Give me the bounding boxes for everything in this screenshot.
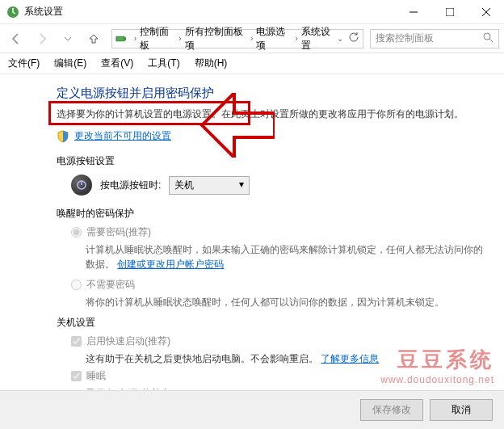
recent-button[interactable] xyxy=(57,27,79,50)
footer: 保存修改 取消 xyxy=(0,390,504,429)
require-password-desc: 计算机从睡眠状态唤醒时，如果未输入正确的密码来解除计算机锁定，任何人都无法访问你… xyxy=(86,242,488,271)
breadcrumb-sep: › xyxy=(178,34,181,43)
search-icon xyxy=(482,32,494,45)
app-icon xyxy=(6,6,19,19)
menu-view[interactable]: 查看(V) xyxy=(94,54,140,73)
window-title: 系统设置 xyxy=(24,5,395,19)
close-button[interactable] xyxy=(468,0,504,23)
svg-rect-6 xyxy=(124,37,126,40)
page-subtext: 选择要为你的计算机设置的电源设置。在此页上对设置所做的更改将应用于你所有的电源计… xyxy=(57,107,488,121)
admin-link-row: 更改当前不可用的设置 xyxy=(57,129,488,143)
minimize-button[interactable] xyxy=(395,0,431,23)
battery-icon xyxy=(116,32,128,45)
no-password-desc: 将你的计算机从睡眠状态唤醒时，任何人都可以访问你的数据，因为计算机未锁定。 xyxy=(86,295,488,309)
save-button[interactable]: 保存修改 xyxy=(360,399,423,421)
svg-point-7 xyxy=(484,33,490,40)
breadcrumb-item[interactable]: 所有控制面板项 xyxy=(185,25,247,53)
power-icon xyxy=(71,175,92,196)
learn-more-link[interactable]: 了解更多信息 xyxy=(321,353,379,364)
radio-no-password[interactable]: 不需要密码 xyxy=(71,278,488,292)
window-controls xyxy=(395,0,504,23)
search-input[interactable]: 搜索控制面板 xyxy=(370,29,499,48)
power-button-row: 按电源按钮时: 关机 xyxy=(71,175,488,196)
svg-rect-2 xyxy=(446,8,454,16)
radio-require-password[interactable]: 需要密码(推荐) xyxy=(71,225,488,239)
breadcrumb-item[interactable]: 电源选项 xyxy=(256,25,292,53)
check-sleep-input xyxy=(71,371,82,381)
create-password-link[interactable]: 创建或更改用户帐户密码 xyxy=(117,259,224,270)
change-unavailable-settings-link[interactable]: 更改当前不可用的设置 xyxy=(74,129,171,143)
breadcrumb-sep: › xyxy=(295,34,297,43)
power-button-section: 电源按钮设置 xyxy=(57,154,488,168)
shield-icon xyxy=(57,130,69,143)
menu-edit[interactable]: 编辑(E) xyxy=(48,54,93,73)
svg-rect-5 xyxy=(116,36,124,41)
breadcrumb-sep: › xyxy=(250,34,253,43)
page-heading: 定义电源按钮并启用密码保护 xyxy=(57,86,488,101)
radio-no-password-input xyxy=(71,280,82,290)
breadcrumb[interactable]: › 控制面板 › 所有控制面板项 › 电源选项 › 系统设置 ⌄ xyxy=(111,29,363,48)
menu-tools[interactable]: 工具(T) xyxy=(141,54,186,73)
fast-startup-desc: 这有助于在关机之后更快地启动电脑。不会影响重启。 了解更多信息 xyxy=(86,351,488,366)
menubar: 文件(F) 编辑(E) 查看(V) 工具(T) 帮助(H) xyxy=(0,53,504,74)
breadcrumb-item[interactable]: 控制面板 xyxy=(140,25,175,53)
maximize-button[interactable] xyxy=(431,0,468,23)
check-fast-startup[interactable]: 启用快速启动(推荐) xyxy=(71,334,488,348)
breadcrumb-item[interactable]: 系统设置 xyxy=(301,25,337,53)
check-sleep[interactable]: 睡眠 xyxy=(71,369,488,383)
menu-help[interactable]: 帮助(H) xyxy=(188,54,234,73)
search-placeholder: 搜索控制面板 xyxy=(376,32,434,45)
content-area: 定义电源按钮并启用密码保护 选择要为你的计算机设置的电源设置。在此页上对设置所做… xyxy=(0,74,504,389)
titlebar: 系统设置 xyxy=(0,0,504,24)
menu-file[interactable]: 文件(F) xyxy=(2,54,46,73)
cancel-button[interactable]: 取消 xyxy=(430,399,493,421)
check-fast-startup-input xyxy=(71,336,82,347)
forward-button[interactable] xyxy=(31,27,53,50)
power-button-label: 按电源按钮时: xyxy=(100,179,161,192)
radio-require-password-input xyxy=(71,227,82,238)
svg-line-8 xyxy=(489,39,493,42)
refresh-icon[interactable] xyxy=(348,32,359,45)
up-button[interactable] xyxy=(82,27,105,50)
wake-password-section: 唤醒时的密码保护 xyxy=(57,207,488,221)
breadcrumb-sep: › xyxy=(134,34,136,43)
sleep-desc: 显示在"电源"菜单中。 xyxy=(86,386,488,389)
shutdown-section: 关机设置 xyxy=(57,316,488,330)
back-button[interactable] xyxy=(5,27,27,50)
chevron-down-icon[interactable]: ⌄ xyxy=(337,34,343,43)
navbar: › 控制面板 › 所有控制面板项 › 电源选项 › 系统设置 ⌄ 搜索控制面板 xyxy=(0,24,504,53)
power-button-select[interactable]: 关机 xyxy=(169,176,250,195)
